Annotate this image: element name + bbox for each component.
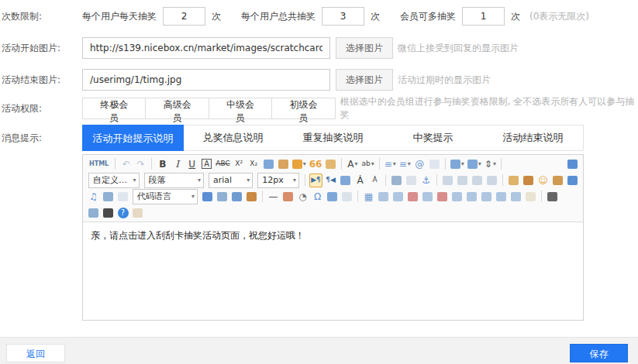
delete-table-icon[interactable] bbox=[377, 190, 390, 204]
anchor-icon[interactable]: ⚓ bbox=[419, 173, 433, 187]
limit-input-1[interactable] bbox=[163, 7, 205, 26]
link-icon[interactable] bbox=[390, 173, 403, 187]
form-icon[interactable] bbox=[326, 190, 339, 204]
table-caption-icon[interactable] bbox=[391, 190, 405, 204]
image-align-center-icon[interactable] bbox=[456, 173, 469, 187]
help-icon[interactable]: ? bbox=[116, 206, 129, 220]
blockquote-icon[interactable]: 66 bbox=[309, 157, 323, 171]
preview-icon[interactable] bbox=[87, 206, 100, 220]
split-cells-icon[interactable] bbox=[465, 190, 478, 204]
superscript-icon[interactable]: X² bbox=[233, 157, 246, 171]
tab-4[interactable]: 中奖提示 bbox=[383, 125, 483, 150]
format-painter-icon[interactable] bbox=[277, 157, 290, 171]
image-align-right-icon[interactable] bbox=[471, 173, 484, 187]
paragraph-select[interactable]: 段落▾ bbox=[144, 173, 204, 188]
table-props-icon[interactable] bbox=[509, 190, 522, 204]
permission-row: 活动权限: 终极会员高级会员中级会员初级会员 根据选中的会员组进行参与抽奖资格限… bbox=[0, 98, 638, 119]
uppercase-icon[interactable]: Ȧ bbox=[353, 173, 367, 187]
insert-table-icon[interactable]: ▦ bbox=[362, 190, 375, 204]
member-option-4[interactable]: 初级会员 bbox=[271, 98, 335, 119]
member-option-2[interactable]: 高级会员 bbox=[145, 98, 209, 119]
flash-icon[interactable] bbox=[201, 190, 214, 204]
insert-frame-icon[interactable] bbox=[116, 190, 129, 204]
emotion-icon[interactable]: ☺ bbox=[536, 173, 550, 187]
member-option-1[interactable]: 终极会员 bbox=[82, 98, 146, 119]
insert-col-icon[interactable] bbox=[421, 190, 434, 204]
font-color-icon[interactable]: A▾ bbox=[346, 157, 359, 171]
merge-cells-icon[interactable] bbox=[450, 190, 464, 204]
start-image-hint: 微信上接受到回复的显示图片 bbox=[398, 42, 519, 55]
unordered-list-icon[interactable]: ≡▾ bbox=[398, 157, 412, 171]
save-button[interactable]: 保存 bbox=[570, 344, 628, 362]
space-before-icon[interactable]: ▾ bbox=[450, 157, 465, 171]
underline-icon[interactable]: U bbox=[185, 157, 198, 171]
dir-ltr-icon[interactable]: ▶¶ bbox=[309, 173, 322, 187]
strikethrough-icon[interactable]: ABC bbox=[215, 157, 230, 171]
unlink-icon[interactable] bbox=[405, 173, 418, 187]
editor-body[interactable]: 亲，请点击进入刮刮卡抽奖活动页面，祝您好运哦！ bbox=[83, 222, 583, 320]
eraser-icon[interactable] bbox=[262, 157, 275, 171]
special-char-icon[interactable]: Ω bbox=[311, 190, 324, 204]
insert-row-icon[interactable] bbox=[406, 190, 419, 204]
auto-typeset-icon[interactable]: ▾ bbox=[291, 157, 307, 171]
indent-icon[interactable] bbox=[339, 173, 352, 187]
style-select[interactable]: 自定义标题▾ bbox=[88, 173, 140, 188]
cite-icon[interactable] bbox=[340, 190, 353, 204]
ordered-list-icon[interactable]: ≡▾ bbox=[384, 157, 397, 171]
bold-icon[interactable]: B bbox=[156, 157, 169, 171]
snapscreen-icon[interactable] bbox=[216, 190, 229, 204]
font-size-select[interactable]: 12px▾ bbox=[257, 173, 299, 188]
toolbar-separator bbox=[385, 174, 386, 186]
tab-5[interactable]: 活动结束说明 bbox=[483, 125, 583, 150]
time-icon[interactable]: ◔ bbox=[296, 190, 309, 204]
highlight-color-icon[interactable]: ab▾ bbox=[360, 157, 374, 171]
paste-word-icon[interactable] bbox=[324, 157, 337, 171]
end-image-input[interactable] bbox=[82, 69, 330, 91]
date-icon[interactable] bbox=[281, 190, 295, 204]
search-replace-icon[interactable] bbox=[102, 206, 115, 220]
average-rows-icon[interactable] bbox=[480, 190, 493, 204]
tab-1[interactable]: 活动开始提示说明 bbox=[82, 125, 184, 151]
average-cols-icon[interactable] bbox=[495, 190, 508, 204]
music-icon[interactable]: ♫ bbox=[87, 190, 100, 204]
limit-field-label-2: 每个用户总共抽奖 bbox=[241, 10, 316, 23]
subscript-icon[interactable]: X₂ bbox=[247, 157, 260, 171]
source-code-icon[interactable]: HTML bbox=[87, 157, 111, 171]
insert-image-icon[interactable] bbox=[507, 173, 520, 187]
limit-input-2[interactable] bbox=[322, 7, 364, 26]
font-family-select[interactable]: arial▾ bbox=[209, 173, 253, 188]
lowercase-icon[interactable]: Ȧ bbox=[368, 173, 381, 187]
horizontal-rule-icon[interactable]: — bbox=[267, 190, 280, 204]
back-button[interactable]: 返回 bbox=[6, 344, 65, 362]
image-align-left-icon[interactable] bbox=[441, 173, 454, 187]
blank-doc-icon[interactable] bbox=[428, 157, 441, 171]
line-height-icon[interactable]: ⇕▾ bbox=[484, 157, 497, 171]
image-manager-icon[interactable] bbox=[522, 173, 535, 187]
code-language-select[interactable]: 代码语言▾ bbox=[133, 189, 198, 204]
tab-3[interactable]: 重复抽奖说明 bbox=[283, 125, 383, 150]
image-align-none-icon[interactable] bbox=[485, 173, 498, 187]
end-image-pick-button[interactable]: 选择图片 bbox=[336, 69, 393, 91]
member-option-3[interactable]: 中级会员 bbox=[209, 98, 272, 119]
scrawl-icon[interactable] bbox=[551, 173, 564, 187]
attachment-icon[interactable] bbox=[102, 190, 115, 204]
italic-icon[interactable]: I bbox=[171, 157, 184, 171]
font-border-icon[interactable]: A bbox=[200, 157, 213, 171]
columns-icon[interactable] bbox=[230, 190, 243, 204]
start-image-input[interactable] bbox=[82, 37, 330, 59]
fullscreen-icon[interactable] bbox=[566, 157, 579, 171]
video-icon[interactable] bbox=[566, 173, 579, 187]
tab-2[interactable]: 兑奖信息说明 bbox=[183, 125, 283, 150]
start-image-pick-button[interactable]: 选择图片 bbox=[336, 37, 393, 59]
limit-input-3[interactable] bbox=[462, 7, 505, 26]
space-after-icon[interactable]: ▾ bbox=[467, 157, 482, 171]
anchor-ref-icon[interactable]: @ bbox=[413, 157, 426, 171]
doc-new-icon[interactable] bbox=[524, 190, 537, 204]
dir-rtl-icon[interactable]: ¶◀ bbox=[324, 173, 337, 187]
map-icon[interactable] bbox=[245, 190, 258, 204]
redo-icon[interactable]: ↷ bbox=[134, 157, 147, 171]
delete-row-icon[interactable] bbox=[436, 190, 449, 204]
paste-icon[interactable] bbox=[131, 206, 144, 220]
undo-icon[interactable]: ↶ bbox=[119, 157, 133, 171]
print-icon[interactable] bbox=[546, 190, 559, 204]
